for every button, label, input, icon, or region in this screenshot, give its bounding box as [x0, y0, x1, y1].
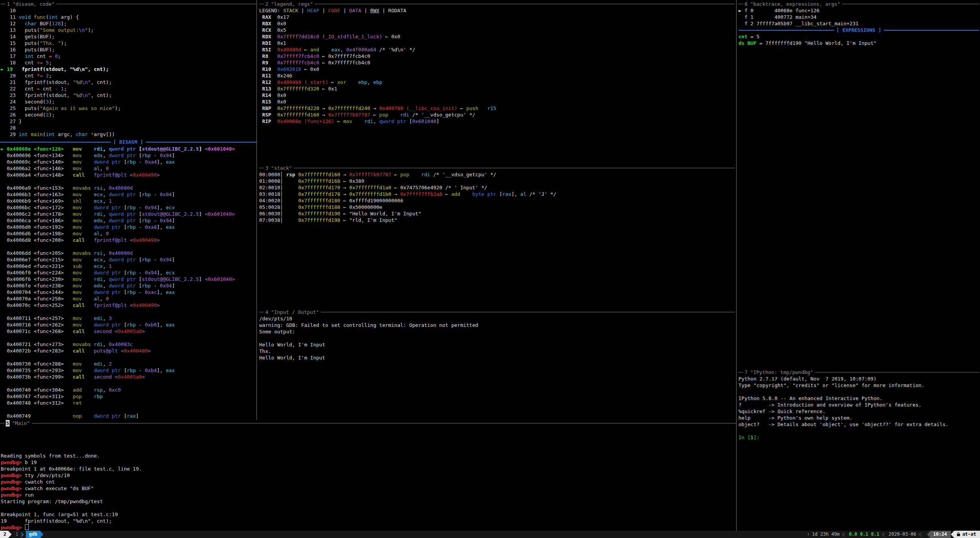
pane-io[interactable]: 4"Input / Output" /dev/pts/10warning: GD…: [259, 309, 735, 361]
chevron-left-icon: [842, 532, 846, 536]
pane-title-regs: 2"legend, regs": [259, 1, 735, 7]
gdb-console: Reading symbols from test...done.pwndbg>…: [1, 426, 735, 531]
stack-listing: 00:0000│ rsp 0x7fffffffd160 → 0x7ffff7b9…: [259, 171, 735, 223]
terminal-line: 0x4006a9 <func+153> movabs rsi, 0x40080d: [1, 185, 256, 191]
status-left: 2 1 gdb: [0, 531, 43, 538]
divider-rule: [146, 142, 257, 143]
pane-disasm[interactable]: ► 0x40068e <func+126> mov rdi, qword ptr…: [1, 146, 256, 419]
terminal-line: pwndbg> run: [1, 492, 735, 498]
terminal-line: cnt = 5: [738, 33, 979, 40]
terminal-line: 0x4006f0 <func+224> mov dword ptr [rbp -…: [1, 269, 256, 276]
pane-source[interactable]: 1"disasm, code" 10 11 void func(int arg)…: [1, 1, 256, 138]
terminal-line: IPython 5.8.0 -- An enhanced Interactive…: [738, 395, 979, 402]
border-rule: [294, 168, 735, 168]
terminal-line: 0x4006a4 <func+148> call fprintf@plt <0x…: [1, 172, 256, 178]
terminal-line: [738, 428, 979, 434]
terminal-line: 19 fprintf(stdout, "%d\n", cnt);: [1, 518, 735, 524]
pane-label: "IPython: tmp/pwndbg": [748, 369, 815, 376]
pane-number: 3: [265, 165, 269, 171]
terminal-line: 0x40069c <func+140> mov dword ptr [rbp -…: [1, 159, 256, 165]
terminal-line: 0x400716 <func+262> mov dword ptr [rbp -…: [1, 321, 256, 328]
terminal-line: help -> Python's own help system.: [738, 415, 979, 421]
pane-ipython[interactable]: 7"IPython: tmp/pwndbg" Python 2.7.17 (de…: [738, 369, 979, 441]
terminal-line: 0x4006d8 <func+200> call fprintf@plt <0x…: [1, 237, 256, 243]
terminal-line: 0x400748 <func+312> ret: [1, 400, 256, 406]
border-dash: [259, 168, 264, 168]
terminal-line: 10: [1, 7, 256, 14]
uptime-text: 1d 23h 49m: [812, 531, 840, 538]
border-rule: [32, 423, 736, 423]
divider-rule: [738, 30, 834, 31]
terminal-line: [1, 308, 256, 315]
terminal-line: f 1 400772 main+34: [738, 14, 979, 20]
terminal-line: [738, 389, 979, 395]
pane-backtrace[interactable]: 6"backtrace, expressions, args" ► f 0 40…: [738, 1, 979, 46]
terminal-line: object? -> Details about 'object', use '…: [738, 421, 979, 428]
terminal-line: RDI 0x1: [259, 40, 735, 46]
terminal-line: R13 0x7fffffffd320 ← 0x1: [259, 85, 735, 92]
pane-title-source: 1"disasm, code": [1, 1, 256, 7]
terminal-line: [1, 426, 735, 433]
terminal-line: 11 void func(int arg) {: [1, 14, 256, 20]
session-badge[interactable]: 2: [0, 531, 12, 538]
terminal-line: %quickref -> Quick reference.: [738, 408, 979, 415]
terminal-line: [259, 335, 735, 341]
load-average: 0.0 0.1 0.1: [849, 531, 879, 538]
border-dash: [1, 4, 5, 4]
legend-line: LEGEND: STACK | HEAP | CODE | DATA | RWX…: [259, 7, 735, 14]
terminal-line: [1, 505, 735, 511]
status-time: 10:24: [927, 531, 951, 538]
divider-rule: [884, 30, 979, 31]
terminal-line: 0x400704 <func+244> mov dword ptr [rbp -…: [1, 289, 256, 295]
chevron-left-icon: [919, 532, 923, 536]
pane-number: 6: [744, 1, 748, 7]
pane-label: "stack": [269, 165, 294, 171]
terminal-line: [1, 446, 735, 453]
terminal-line: 14 gets(BUF);: [1, 33, 256, 40]
tmux-status-bar: 2 1 gdb ↑ 1d 23h 49m 0.0 0.1 0.1 2020-03…: [0, 531, 980, 538]
pane-border-vertical-1[interactable]: [257, 0, 257, 420]
border-dash: [0, 423, 5, 423]
terminal-line: R14 0x0: [259, 92, 735, 98]
terminal-line: RBX 0x0: [259, 20, 735, 27]
ipython-console: Python 2.7.17 (default, Nov 7 2019, 10:0…: [738, 376, 979, 441]
terminal-line: [1, 243, 256, 250]
terminal-line: pwndbg> tty /dev/pts/10: [1, 472, 735, 479]
pane-label: "disasm, code": [10, 1, 57, 7]
terminal-line: R10 0x602010 ← 0x0: [259, 66, 735, 72]
terminal-line: pwndbg> cwatch execute "ds BUF": [1, 485, 735, 492]
pane-label: "Main": [10, 420, 32, 426]
registers-listing: RAX 0x17 RBX 0x0 RCX 0x5 RDX 0x7ffff7dd1…: [259, 14, 735, 125]
window-index[interactable]: 1: [15, 531, 18, 538]
terminal-line: Starting program: /tmp/pwndbg/test: [1, 498, 735, 505]
terminal-line: Breakpoint 1, func (arg=5) at test.c:19: [1, 511, 735, 518]
terminal-line: RBP 0x7fffffffd220 → 0x7fffffffd240 → 0x…: [259, 105, 735, 112]
terminal-line: 0x40070c <func+252> call fprintf@plt <0x…: [1, 302, 256, 308]
terminal-line: [1, 433, 735, 440]
terminal-line: In [1]:: [738, 434, 979, 441]
terminal-line: 26 second(2);: [1, 112, 256, 118]
border-rule: [56, 4, 256, 4]
terminal-line: 0x4006bc <func+172> mov dword ptr [rbp -…: [1, 204, 256, 211]
terminal-line: [1, 406, 256, 413]
pane-title-backtrace: 6"backtrace, expressions, args": [738, 1, 979, 7]
terminal-line: R9 0x7ffff7fcb4c0 ← 0x7ffff7fcb4c0: [259, 59, 735, 66]
program-output: /dev/pts/10warning: GDB: Failed to set c…: [259, 315, 735, 361]
pane-border-vertical-2[interactable]: [736, 0, 737, 531]
terminal-line: 0x4006e7 <func+215> mov ecx, dword ptr […: [1, 256, 256, 263]
terminal-line: [1, 440, 735, 446]
terminal-line: 0x4006c2 <func+178> mov rdi, qword ptr […: [1, 211, 256, 217]
pane-title-ipython: 7"IPython: tmp/pwndbg": [738, 369, 979, 376]
pane-stack[interactable]: 3"stack" 00:0000│ rsp 0x7fffffffd160 → 0…: [259, 165, 735, 223]
window-tab-gdb[interactable]: gdb: [26, 531, 43, 538]
divider-label: [ DISASM ]: [111, 139, 145, 145]
terminal-line: 21 fprintf(stdout, "%d\n", cnt);: [1, 79, 256, 85]
pane-regs[interactable]: 2"legend, regs" LEGEND: STACK | HEAP | C…: [259, 1, 735, 125]
pane-main[interactable]: Reading symbols from test...done.pwndbg>…: [1, 426, 735, 531]
text-cursor: [25, 524, 29, 530]
status-right: ↑ 1d 23h 49m 0.0 0.1 0.1 2020-03-06 10:2…: [807, 531, 980, 538]
terminal-line: 06:0030│ 0x7fffffffd190 ← "Hello World, …: [259, 210, 735, 217]
terminal-line: Some output:: [259, 328, 735, 335]
terminal-line: 16 puts(BUF);: [1, 46, 256, 53]
terminal-line: 0x40073b <func+299> call second <0x4005a…: [1, 374, 256, 380]
